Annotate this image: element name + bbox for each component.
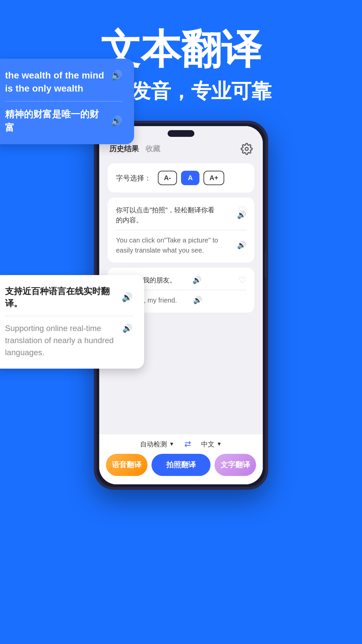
target-row-1: You can click on"Take a picture" to easi… — [116, 235, 246, 255]
lang-from-label: 自动检测 — [140, 440, 167, 449]
lang-to-arrow: ▼ — [217, 441, 222, 447]
fc1-target-text: 精神的财富是唯一的财富 — [5, 108, 107, 134]
fc1-target: 精神的财富是唯一的财富 🔊 — [5, 108, 122, 134]
volume-button — [265, 251, 267, 278]
svg-point-0 — [245, 148, 248, 151]
source-row-1: 你可以点击"拍照"，轻松翻译你看的内容。 🔊 — [116, 205, 246, 225]
floating-card-languages: 支持近百种语言在线实时翻译。 🔊 Supporting online real-… — [0, 275, 144, 369]
favorite-icon-1[interactable]: ♡ — [238, 205, 246, 215]
speaker-icon-2b[interactable]: 🔊 — [193, 296, 202, 305]
speaker-icon-1b[interactable]: 🔊 — [237, 241, 246, 250]
text-translate-button[interactable]: 文字翻译 — [215, 454, 256, 476]
fc1-speaker-icon[interactable]: 🔊 — [111, 69, 122, 82]
lang-to-label: 中文 — [201, 440, 215, 449]
favorite-icon-2[interactable]: ♡ — [238, 275, 246, 285]
font-size-buttons: A- A A+ — [158, 171, 224, 185]
font-large-button[interactable]: A+ — [203, 171, 224, 185]
fc2-target-text: Supporting online real-time translation … — [5, 322, 119, 359]
phone-bottom-bar: 自动检测 ▼ ⇄ 中文 ▼ 语音翻译 拍照翻译 文字翻译 — [99, 434, 263, 484]
fc1-target-speaker-icon[interactable]: 🔊 — [111, 114, 122, 127]
fc1-source-text: the wealth of the mind is the only wealt… — [5, 69, 107, 95]
lang-from-selector[interactable]: 自动检测 ▼ — [140, 440, 174, 449]
font-small-button[interactable]: A- — [158, 171, 177, 185]
speaker-icon-2[interactable]: 🔊 — [192, 276, 201, 284]
font-medium-button[interactable]: A — [181, 171, 199, 185]
fc2-source: 支持近百种语言在线实时翻译。 🔊 — [5, 285, 132, 310]
font-size-card: 字号选择： A- A A+ — [108, 163, 254, 193]
source-text-1: 你可以点击"拍照"，轻松翻译你看的内容。 — [116, 205, 234, 225]
fc1-source: the wealth of the mind is the only wealt… — [5, 69, 122, 95]
photo-translate-button[interactable]: 拍照翻译 — [152, 454, 210, 476]
fc2-target: Supporting online real-time translation … — [5, 322, 132, 359]
translation-item-1: ♡ 你可以点击"拍照"，轻松翻译你看的内容。 🔊 You can click o… — [108, 198, 254, 263]
voice-translate-button[interactable]: 语音翻译 — [106, 454, 147, 476]
lang-to-selector[interactable]: 中文 ▼ — [201, 440, 222, 449]
fc2-target-speaker-icon[interactable]: 🔊 — [122, 322, 132, 334]
target-text-1: You can click on"Take a picture" to easi… — [116, 235, 234, 255]
history-tab[interactable]: 历史结果 — [109, 144, 139, 154]
floating-card-wealth: the wealth of the mind is the only wealt… — [0, 59, 134, 144]
lang-from-arrow: ▼ — [169, 441, 174, 447]
font-size-label: 字号选择： — [116, 173, 151, 183]
fc2-speaker-icon[interactable]: 🔊 — [122, 291, 132, 303]
phone-notch — [168, 130, 194, 137]
fc2-source-text: 支持近百种语言在线实时翻译。 — [5, 285, 122, 310]
favorites-tab[interactable]: 收藏 — [145, 144, 160, 154]
lang-selector-row: 自动检测 ▼ ⇄ 中文 ▼ — [106, 439, 256, 449]
action-buttons: 语音翻译 拍照翻译 文字翻译 — [106, 454, 256, 476]
settings-icon[interactable] — [241, 143, 253, 155]
swap-languages-icon[interactable]: ⇄ — [184, 439, 191, 449]
